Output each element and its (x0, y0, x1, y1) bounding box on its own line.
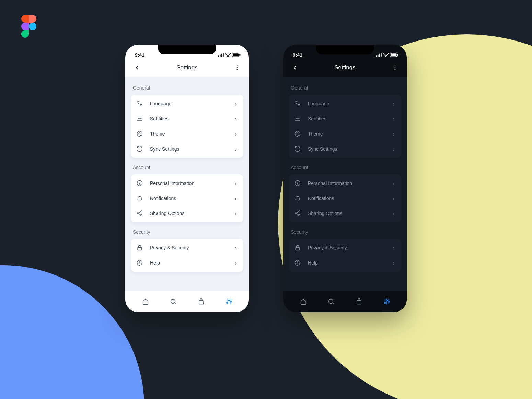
signal-icon (376, 52, 382, 58)
chevron-right-icon (392, 196, 396, 200)
bottom-nav (125, 291, 249, 312)
nav-search[interactable] (324, 295, 338, 308)
settings-row-language[interactable]: Language (289, 96, 401, 111)
row-label: Sharing Options (150, 211, 227, 216)
chevron-right-icon (234, 261, 238, 265)
subtitles-icon (294, 115, 301, 122)
share-icon (294, 210, 301, 217)
row-label: Sync Settings (308, 146, 385, 152)
chevron-right-icon (392, 261, 396, 265)
sync-icon (294, 145, 301, 152)
bell-icon (136, 195, 143, 202)
bell-icon (294, 195, 301, 202)
row-label: Help (308, 260, 385, 266)
settings-row-help[interactable]: Help (131, 255, 243, 270)
settings-row-personal-information[interactable]: Personal Information (289, 176, 401, 191)
settings-row-sync-settings[interactable]: Sync Settings (131, 141, 243, 156)
page-title: Settings (334, 64, 355, 71)
settings-row-privacy-security[interactable]: Privacy & Security (289, 240, 401, 255)
info-icon (294, 180, 301, 187)
row-label: Theme (150, 131, 227, 137)
row-label: Sharing Options (308, 211, 385, 216)
row-label: Sync Settings (150, 146, 227, 152)
row-label: Privacy & Security (150, 245, 227, 250)
more-button[interactable] (232, 63, 242, 72)
page-title: Settings (176, 64, 197, 71)
chevron-right-icon (392, 246, 396, 250)
header: Settings (283, 58, 407, 77)
chevron-right-icon (392, 181, 396, 185)
status-time: 9:41 (135, 52, 144, 58)
section-label-general: General (133, 85, 241, 91)
section-label-security: Security (133, 229, 241, 235)
chevron-right-icon (234, 102, 238, 106)
back-button[interactable] (132, 63, 142, 72)
settings-row-theme[interactable]: Theme (289, 126, 401, 141)
chevron-right-icon (234, 196, 238, 200)
row-label: Subtitles (308, 116, 385, 121)
figma-logo (21, 15, 36, 38)
chevron-right-icon (392, 117, 396, 121)
chevron-right-icon (234, 117, 238, 121)
settings-row-privacy-security[interactable]: Privacy & Security (131, 240, 243, 255)
subtitles-icon (136, 115, 143, 122)
signal-icon (218, 52, 224, 58)
content-scroll[interactable]: General Language Subtitles Theme (125, 77, 249, 291)
settings-row-notifications[interactable]: Notifications (289, 191, 401, 206)
settings-row-theme[interactable]: Theme (131, 126, 243, 141)
settings-row-language[interactable]: Language (131, 96, 243, 111)
sync-icon (136, 145, 143, 152)
row-label: Theme (308, 131, 385, 137)
nav-bag[interactable] (352, 295, 366, 308)
chevron-right-icon (234, 147, 238, 151)
row-label: Language (308, 101, 385, 106)
settings-row-subtitles[interactable]: Subtitles (289, 111, 401, 126)
content-scroll[interactable]: General Language Subtitles Theme (283, 77, 407, 291)
settings-card-account: Personal Information Notifications Shari… (289, 174, 401, 222)
section-label-security: Security (291, 229, 399, 235)
svg-point-0 (29, 23, 36, 30)
settings-row-notifications[interactable]: Notifications (131, 191, 243, 206)
row-label: Notifications (308, 196, 385, 201)
settings-row-sharing-options[interactable]: Sharing Options (131, 206, 243, 221)
more-button[interactable] (390, 63, 400, 72)
settings-row-personal-information[interactable]: Personal Information (131, 176, 243, 191)
row-label: Notifications (150, 196, 227, 201)
settings-row-help[interactable]: Help (289, 255, 401, 270)
share-icon (136, 210, 143, 217)
chevron-right-icon (234, 181, 238, 185)
section-label-general: General (291, 85, 399, 91)
settings-row-sharing-options[interactable]: Sharing Options (289, 206, 401, 221)
nav-home[interactable] (297, 295, 310, 308)
row-label: Help (150, 260, 227, 266)
lock-icon (294, 244, 301, 251)
chevron-right-icon (234, 246, 238, 250)
nav-search[interactable] (166, 295, 180, 308)
status-time: 9:41 (293, 52, 302, 58)
bottom-nav (283, 291, 407, 312)
settings-row-sync-settings[interactable]: Sync Settings (289, 141, 401, 156)
chevron-right-icon (234, 211, 238, 215)
lock-icon (136, 244, 143, 251)
battery-icon (232, 52, 241, 58)
settings-card-account: Personal Information Notifications Shari… (131, 174, 243, 222)
help-icon (294, 259, 301, 266)
chevron-right-icon (392, 102, 396, 106)
phone-notch (158, 45, 216, 54)
palette-icon (136, 130, 143, 137)
back-button[interactable] (290, 63, 300, 72)
nav-sliders[interactable] (222, 295, 236, 308)
settings-card-general: Language Subtitles Theme (289, 95, 401, 158)
chevron-right-icon (392, 147, 396, 151)
translate-icon (294, 100, 301, 107)
nav-home[interactable] (139, 295, 152, 308)
row-label: Privacy & Security (308, 245, 385, 250)
info-icon (136, 180, 143, 187)
settings-row-subtitles[interactable]: Subtitles (131, 111, 243, 126)
nav-sliders[interactable] (380, 295, 394, 308)
nav-bag[interactable] (194, 295, 208, 308)
settings-card-security: Privacy & Security Help (131, 239, 243, 272)
phone-notch (316, 45, 374, 54)
header: Settings (125, 58, 249, 77)
palette-icon (294, 130, 301, 137)
